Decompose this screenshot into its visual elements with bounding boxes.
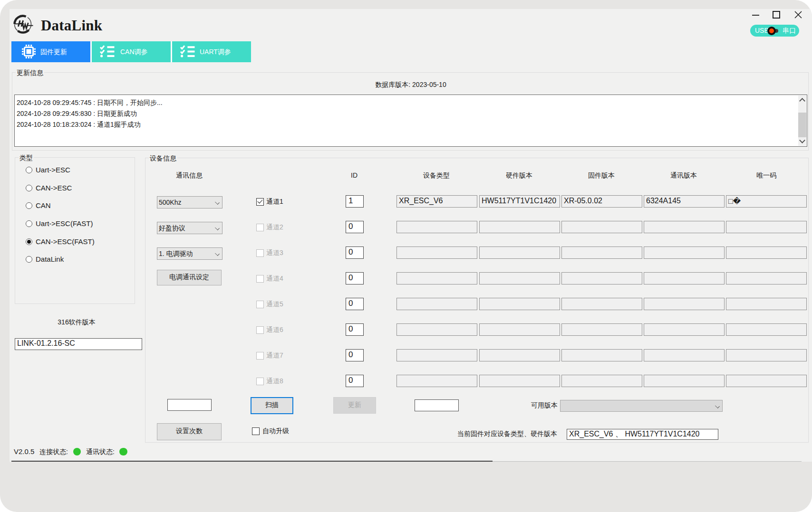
fw-version-field xyxy=(561,375,642,387)
auto-upgrade-checkbox[interactable] xyxy=(252,427,260,435)
chevron-down-icon xyxy=(215,226,220,230)
channel-id-input[interactable]: 0 xyxy=(346,221,364,233)
radio-uart-esc-fast[interactable] xyxy=(26,220,32,227)
connect-status-dot xyxy=(73,448,81,456)
channel-checkbox[interactable] xyxy=(256,378,264,385)
channel-checkbox[interactable] xyxy=(256,326,264,334)
tab-can-tuning[interactable]: CAN调参 xyxy=(91,41,171,62)
set-times-button[interactable]: 设置次数 xyxy=(157,423,222,440)
channel-checkbox[interactable] xyxy=(256,249,264,257)
uid-field xyxy=(726,272,807,284)
comm-version-field xyxy=(644,298,725,310)
scroll-down-icon[interactable] xyxy=(799,137,805,143)
comm-version-field xyxy=(644,349,725,361)
device-type-field xyxy=(396,272,477,284)
channel-label: 通道1 xyxy=(266,198,283,206)
times-input[interactable] xyxy=(167,399,212,411)
type-group: 类型 xyxy=(15,157,135,304)
fw-version-field xyxy=(561,323,642,336)
statusbar-divider-dark xyxy=(11,461,493,462)
radio-label: CAN xyxy=(36,201,51,209)
current-fw-input[interactable]: XR_ESC_V6 、 HW5117YT1V1C1420 xyxy=(567,429,718,440)
radio-label: CAN->ESC xyxy=(36,184,72,192)
radio-can-esc[interactable] xyxy=(26,185,32,191)
esc-comm-setup-button[interactable]: 电调通讯设定 xyxy=(157,270,222,285)
serial-label: 串口 xyxy=(783,27,796,35)
minimize-button[interactable] xyxy=(752,11,760,19)
hw-version-field xyxy=(479,221,560,233)
scroll-up-icon[interactable] xyxy=(799,98,805,104)
fw-version-field xyxy=(561,272,642,284)
channel-id-input[interactable]: 0 xyxy=(346,375,364,387)
hw-version-field xyxy=(479,375,560,387)
radio-uart-esc[interactable] xyxy=(26,167,32,173)
toggle-knob-center xyxy=(769,28,774,33)
channel-id-input[interactable]: 0 xyxy=(346,247,364,259)
device-info-label: 设备信息 xyxy=(149,154,177,163)
fw-file-input[interactable] xyxy=(415,399,459,411)
comm-version-field: 6324A145 xyxy=(644,195,725,208)
uid-field xyxy=(726,349,807,361)
usb-serial-toggle[interactable]: USB 串口 xyxy=(750,25,799,37)
log-scrollbar[interactable] xyxy=(798,95,806,146)
baud-select[interactable]: 500Khz xyxy=(157,196,222,209)
scrollbar-thumb[interactable] xyxy=(798,113,806,137)
channel-id-input[interactable]: 0 xyxy=(346,298,364,310)
channel-label: 通道3 xyxy=(266,249,283,257)
connect-status-label: 连接状态: xyxy=(39,448,68,456)
channel-checkbox[interactable] xyxy=(256,301,264,308)
available-version-select[interactable] xyxy=(560,400,723,412)
hw-version-field xyxy=(479,323,560,336)
radio-datalink[interactable] xyxy=(26,256,32,263)
type-group-label: 类型 xyxy=(19,154,34,162)
device-type-field xyxy=(396,323,477,336)
channel-id-input[interactable]: 1 xyxy=(346,195,364,208)
radio-can-esc-fast[interactable] xyxy=(26,238,32,245)
fw-version-field: XR-05.0.02 xyxy=(561,195,642,208)
fw-version-field xyxy=(561,247,642,259)
tab-label: CAN调参 xyxy=(120,48,148,57)
fw-version-field xyxy=(561,298,642,310)
maximize-button[interactable] xyxy=(773,11,780,19)
channel-label: 通道6 xyxy=(266,326,283,334)
update-button[interactable]: 更新 xyxy=(333,397,376,414)
chevron-down-icon xyxy=(215,251,220,256)
uid-field xyxy=(726,247,807,259)
channel-checkbox[interactable] xyxy=(256,224,264,231)
screen: DataLink USB 串口 固件更新 xyxy=(0,0,812,512)
tab-uart-tuning[interactable]: UART调参 xyxy=(172,41,251,62)
radio-can[interactable] xyxy=(26,202,32,209)
device-type-field xyxy=(396,375,477,387)
channel-checkbox[interactable] xyxy=(256,352,264,360)
protocol-select[interactable]: 好盈协议 xyxy=(157,222,222,234)
scan-button[interactable]: 扫描 xyxy=(251,397,293,414)
log-line: 2024-10-28 09:29:45:745 : 日期不同，开始同步... xyxy=(17,99,163,107)
tab-separator xyxy=(90,41,92,62)
close-button[interactable] xyxy=(794,11,802,19)
device-type-field xyxy=(396,221,477,233)
header-comm: 通讯信息 xyxy=(176,171,203,180)
current-fw-label: 当前固件对应设备类型、硬件版本 xyxy=(457,430,557,438)
channel-checkbox[interactable] xyxy=(256,275,264,283)
comm-status-label: 通讯状态: xyxy=(86,448,115,456)
db-version: 数据库版本: 2023-05-10 xyxy=(375,81,446,89)
channel-id-input[interactable]: 0 xyxy=(346,272,364,284)
update-log[interactable]: 2024-10-28 09:29:45:745 : 日期不同，开始同步... 2… xyxy=(14,95,807,147)
channel-id-input[interactable]: 0 xyxy=(346,349,364,361)
channel-id-input[interactable]: 0 xyxy=(346,323,364,336)
auto-upgrade-label: 自动升级 xyxy=(262,427,289,436)
channel-label: 通道7 xyxy=(266,351,283,360)
app-window: DataLink USB 串口 固件更新 xyxy=(0,0,812,512)
radio-label: CAN->ESC(FAST) xyxy=(36,237,95,246)
comm-version-field xyxy=(644,221,725,233)
channel-checkbox[interactable] xyxy=(256,198,264,206)
hw-version-field xyxy=(479,272,560,284)
tab-label: 固件更新 xyxy=(40,48,67,57)
drive-select[interactable]: 1. 电调驱动 xyxy=(157,247,222,260)
statusbar-divider-light xyxy=(493,461,802,462)
radio-label: Uart->ESC xyxy=(36,166,70,174)
tab-firmware-update[interactable]: 固件更新 xyxy=(11,41,90,62)
hw-version-field xyxy=(479,298,560,310)
software-version-input[interactable]: LINK-01.2.16-SC xyxy=(15,338,142,350)
chip-icon xyxy=(22,45,36,58)
